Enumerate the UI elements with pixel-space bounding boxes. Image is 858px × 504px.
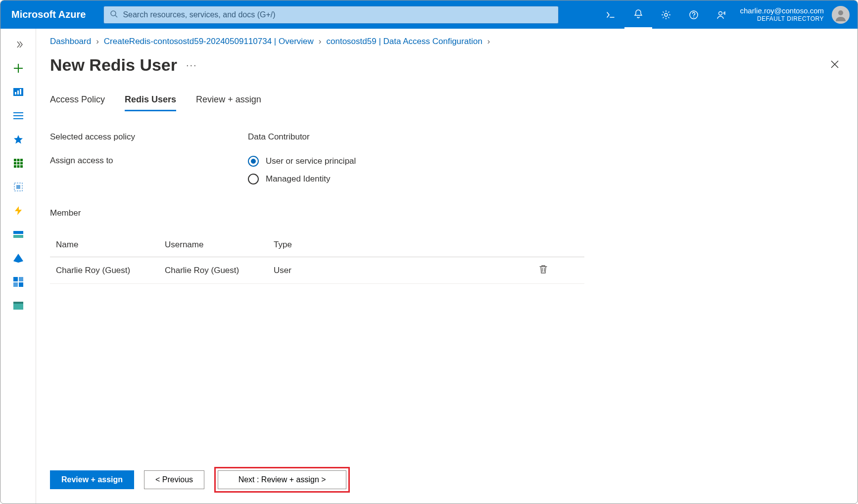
svg-point-6 — [838, 10, 843, 15]
table-row: Charlie Roy (Guest) Charlie Roy (Guest) … — [50, 257, 584, 284]
svg-rect-20 — [17, 162, 19, 165]
svg-rect-33 — [13, 303, 23, 310]
breadcrumb-item[interactable]: contosostd59 | Data Access Configuration — [327, 37, 482, 46]
radio-label: Managed Identity — [266, 174, 330, 184]
functions-icon[interactable] — [6, 199, 30, 223]
storage-icon[interactable] — [6, 294, 30, 318]
svg-point-4 — [693, 16, 694, 17]
expand-menu-icon[interactable] — [6, 33, 30, 56]
svg-rect-17 — [17, 159, 19, 161]
account-info[interactable]: charlie.roy@contoso.com DEFAULT DIRECTOR… — [735, 6, 829, 22]
tab-access-policy[interactable]: Access Policy — [50, 94, 105, 111]
radio-managed-identity[interactable]: Managed Identity — [248, 174, 525, 184]
selected-policy-label: Selected access policy — [50, 132, 248, 142]
breadcrumb-item[interactable]: CreateRedis-contosostd59-20240509110734 … — [104, 37, 314, 46]
account-email: charlie.roy@contoso.com — [740, 6, 824, 15]
chevron-right-icon: › — [487, 37, 490, 46]
all-services-icon[interactable] — [6, 104, 30, 128]
svg-rect-32 — [19, 282, 23, 287]
page-title: New Redis User — [50, 55, 177, 75]
top-icons: charlie.roy@contoso.com DEFAULT DIRECTOR… — [597, 0, 853, 29]
form-block: Selected access policy Data Contributor … — [50, 132, 525, 184]
previous-button[interactable]: < Previous — [144, 470, 204, 489]
svg-line-1 — [115, 15, 117, 17]
svg-rect-24 — [20, 165, 23, 168]
tab-redis-users[interactable]: Redis Users — [125, 94, 176, 111]
favorites-icon[interactable] — [6, 128, 30, 151]
highlight-next: Next : Review + assign > — [214, 467, 350, 493]
chevron-right-icon: › — [96, 37, 99, 46]
tab-review-assign[interactable]: Review + assign — [196, 94, 261, 111]
create-resource-icon[interactable] — [6, 56, 30, 80]
account-directory: DEFAULT DIRECTORY — [757, 15, 824, 22]
svg-rect-31 — [13, 282, 18, 287]
resource-groups-icon[interactable] — [6, 175, 30, 199]
svg-rect-22 — [14, 165, 16, 168]
chevron-right-icon: › — [319, 37, 322, 46]
brand-logo[interactable]: Microsoft Azure — [11, 9, 86, 20]
review-assign-button[interactable]: Review + assign — [50, 470, 134, 489]
svg-rect-10 — [15, 92, 16, 94]
global-search[interactable] — [103, 6, 559, 24]
table-header: Name Username Type — [50, 233, 584, 257]
col-username: Username — [165, 240, 274, 250]
footer-actions: Review + assign < Previous Next : Review… — [50, 467, 350, 493]
svg-point-5 — [718, 11, 722, 15]
cell-type: User — [274, 266, 382, 275]
more-actions-icon[interactable]: ··· — [186, 59, 197, 71]
cell-username: Charlie Roy (Guest) — [165, 266, 274, 275]
feedback-icon[interactable] — [708, 0, 735, 29]
all-resources-icon[interactable] — [6, 151, 30, 175]
search-icon — [110, 10, 118, 19]
help-icon[interactable] — [680, 0, 708, 29]
col-name: Name — [56, 240, 165, 250]
svg-rect-12 — [20, 89, 21, 94]
svg-rect-11 — [17, 91, 19, 94]
svg-point-2 — [665, 13, 667, 16]
svg-rect-18 — [20, 159, 23, 161]
sql-icon[interactable] — [6, 223, 30, 246]
top-bar: Microsoft Azure charlie.roy@contoso.com … — [0, 0, 858, 29]
settings-icon[interactable] — [652, 0, 680, 29]
radio-user-principal[interactable]: User or service principal — [248, 156, 525, 167]
svg-rect-30 — [19, 277, 23, 281]
breadcrumb-item[interactable]: Dashboard — [50, 37, 91, 46]
svg-rect-26 — [16, 185, 20, 189]
assign-access-radio-group: User or service principal Managed Identi… — [248, 156, 525, 184]
tab-bar: Access Policy Redis Users Review + assig… — [50, 94, 844, 111]
radio-label: User or service principal — [266, 156, 356, 166]
selected-policy-value: Data Contributor — [248, 132, 525, 142]
page-title-row: New Redis User ··· — [50, 55, 844, 75]
main-content: Dashboard › CreateRedis-contosostd59-202… — [36, 29, 858, 504]
azure-ad-icon[interactable] — [6, 246, 30, 270]
delete-row-icon[interactable] — [539, 264, 578, 276]
cloud-shell-icon[interactable] — [597, 0, 624, 29]
svg-rect-29 — [13, 277, 18, 281]
svg-rect-28 — [13, 235, 23, 238]
svg-rect-21 — [20, 162, 23, 165]
notifications-icon[interactable] — [624, 0, 652, 29]
svg-rect-27 — [13, 231, 23, 234]
member-section-label: Member — [50, 208, 844, 218]
left-nav-rail — [0, 29, 36, 504]
radio-icon — [248, 174, 259, 184]
next-review-assign-button[interactable]: Next : Review + assign > — [218, 470, 346, 489]
svg-rect-19 — [14, 162, 16, 165]
breadcrumb: Dashboard › CreateRedis-contosostd59-202… — [50, 37, 844, 46]
svg-rect-34 — [13, 302, 23, 304]
virtual-machines-icon[interactable] — [6, 270, 30, 294]
dashboard-icon[interactable] — [6, 80, 30, 104]
search-wrap — [103, 6, 559, 24]
svg-rect-16 — [14, 159, 16, 161]
svg-rect-23 — [17, 165, 19, 168]
col-type: Type — [274, 240, 382, 250]
member-table: Name Username Type Charlie Roy (Guest) C… — [50, 233, 584, 284]
assign-access-label: Assign access to — [50, 156, 248, 184]
radio-icon — [248, 156, 259, 167]
close-icon[interactable] — [826, 55, 844, 75]
avatar[interactable] — [832, 6, 850, 24]
search-input[interactable] — [123, 10, 552, 19]
cell-name: Charlie Roy (Guest) — [56, 266, 165, 275]
svg-point-0 — [111, 11, 116, 16]
